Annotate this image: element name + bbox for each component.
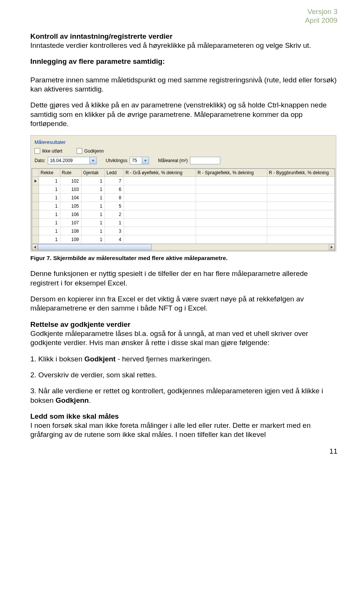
scroll-thumb[interactable] [38,244,152,250]
cell[interactable]: 1 [82,185,105,194]
cell[interactable]: 4 [105,235,124,244]
chevron-down-icon[interactable] [89,157,97,164]
cell[interactable]: 102 [60,177,82,185]
cell[interactable] [196,177,267,185]
cell[interactable]: 1 [82,194,105,202]
cell[interactable]: 5 [105,202,124,210]
row-selector[interactable] [32,227,39,235]
step-bold: Godkjent [85,355,116,363]
col-header[interactable]: R - Byggbrunflekk, % dekning [267,169,335,177]
cell[interactable]: 109 [60,235,82,244]
combo-utvikling[interactable]: 75 [130,157,149,164]
table-row[interactable]: 110515 [32,202,335,210]
cell[interactable]: 1 [39,177,60,185]
cell[interactable] [196,219,267,227]
table-row[interactable]: 110612 [32,210,335,219]
cell[interactable]: 105 [60,202,82,210]
cell[interactable] [124,202,196,210]
col-header[interactable]: Ledd [105,169,124,177]
cell[interactable] [196,235,267,244]
cell[interactable] [267,202,335,210]
cell[interactable]: 1 [39,227,60,235]
cell[interactable] [124,194,196,202]
table-row[interactable]: 110711 [32,219,335,227]
checkbox-godkjenn[interactable]: Godkjenn [77,148,104,154]
step-bold: Godkjenn [56,396,89,404]
row-selector[interactable] [32,194,39,202]
cell[interactable] [124,227,196,235]
step-text: - herved fjernes markeringen. [116,355,212,363]
checkbox-ikke-utfort[interactable]: Ikke utført [35,148,62,154]
cell[interactable]: 1 [39,202,60,210]
cell[interactable]: 1 [82,235,105,244]
table-row[interactable]: 110914 [32,235,335,244]
table-row[interactable]: 110217 [32,177,335,185]
label-maleareal: Måleareal (m²) [158,158,188,163]
cell[interactable]: 1 [39,235,60,244]
cell[interactable] [267,210,335,219]
horizontal-scrollbar[interactable] [32,244,335,250]
table-row[interactable]: 110316 [32,185,335,194]
cell[interactable]: 1 [105,219,124,227]
cell[interactable] [267,177,335,185]
cell[interactable]: 6 [105,185,124,194]
row-selector[interactable] [32,202,39,210]
cell[interactable] [267,219,335,227]
row-selector[interactable] [32,210,39,219]
label-dato: Dato: [35,158,46,163]
doc-header: Versjon 3 April 2009 [30,8,337,25]
cell[interactable]: 1 [39,185,60,194]
combo-dato[interactable]: 16.04.2009 [48,157,97,164]
row-selector[interactable] [32,185,39,194]
cell[interactable] [267,235,335,244]
cell[interactable]: 2 [105,210,124,219]
col-header[interactable]: Rekke [39,169,60,177]
cell[interactable]: 108 [60,227,82,235]
cell[interactable]: 104 [60,194,82,202]
data-grid[interactable]: Rekke Rute Gjentak Ledd R - Grå øyeflekk… [31,168,335,251]
cell[interactable]: 106 [60,210,82,219]
cell[interactable]: 1 [82,210,105,219]
row-selector[interactable] [32,235,39,244]
cell[interactable]: 107 [60,219,82,227]
cell[interactable]: 1 [82,177,105,185]
cell[interactable] [267,227,335,235]
cell[interactable] [124,219,196,227]
cell[interactable] [267,194,335,202]
scroll-left-icon[interactable] [32,244,38,250]
field-dato[interactable]: 16.04.2009 [48,157,89,164]
cell[interactable]: 1 [82,227,105,235]
field-maleareal[interactable] [190,157,220,164]
cell[interactable] [196,202,267,210]
section-title-rettelse: Rettelse av godkjente verdier [30,320,130,328]
cell[interactable] [124,210,196,219]
row-selector[interactable] [32,177,39,185]
cell[interactable]: 1 [39,194,60,202]
col-header[interactable]: R - Spragleflekk, % dekning [196,169,267,177]
cell[interactable] [124,185,196,194]
cell[interactable]: 3 [105,227,124,235]
cell[interactable]: 1 [39,210,60,219]
table-row[interactable]: 110418 [32,194,335,202]
field-utvikling[interactable]: 75 [130,157,142,164]
cell[interactable] [267,185,335,194]
cell[interactable] [196,210,267,219]
cell[interactable]: 8 [105,194,124,202]
cell[interactable] [196,194,267,202]
cell[interactable] [196,185,267,194]
cell[interactable]: 1 [82,219,105,227]
table-row[interactable]: 110813 [32,227,335,235]
col-header[interactable]: R - Grå øyeflekk, % dekning [124,169,196,177]
col-header[interactable]: Rute [60,169,82,177]
cell[interactable]: 1 [39,219,60,227]
row-selector[interactable] [32,219,39,227]
chevron-down-icon[interactable] [142,157,149,164]
col-header[interactable]: Gjentak [82,169,105,177]
cell[interactable]: 1 [82,202,105,210]
cell[interactable] [124,235,196,244]
cell[interactable] [196,227,267,235]
cell[interactable]: 7 [105,177,124,185]
scroll-right-icon[interactable] [329,244,335,250]
cell[interactable] [124,177,196,185]
cell[interactable]: 103 [60,185,82,194]
